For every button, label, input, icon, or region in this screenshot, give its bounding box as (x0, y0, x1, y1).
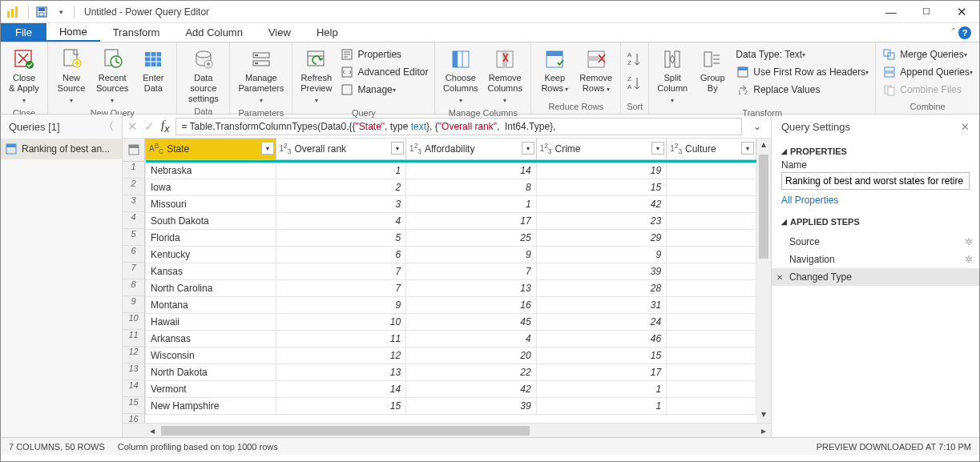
advanced-editor-button[interactable]: Advanced Editor (337, 63, 431, 81)
cell[interactable]: 42 (406, 381, 537, 398)
cell[interactable]: Arkansas (146, 331, 276, 348)
cell[interactable]: Montana (146, 297, 276, 314)
cell[interactable]: 7 (276, 280, 406, 297)
data-type-button[interactable]: Data Type: Text (732, 46, 872, 63)
applied-step[interactable]: Changed Type (772, 268, 979, 286)
table-row[interactable]: North Carolina71328 (146, 280, 756, 297)
cell[interactable]: 19 (536, 163, 667, 179)
cell[interactable]: South Dakota (146, 213, 276, 230)
row-number[interactable]: 10 (123, 313, 144, 330)
filter-dropdown-icon[interactable]: ▾ (522, 142, 534, 155)
manage-parameters-button[interactable]: Manage Parameters (233, 44, 288, 107)
help-icon[interactable]: ? (958, 26, 971, 39)
row-number[interactable]: 5 (123, 229, 144, 246)
remove-columns-button[interactable]: Remove Columns (482, 44, 527, 107)
table-row[interactable]: Kansas7739 (146, 263, 756, 280)
cell[interactable]: 42 (536, 196, 667, 213)
column-header[interactable]: 123Overall rank▾ (276, 139, 406, 159)
row-number[interactable]: 12 (123, 347, 144, 364)
cell[interactable]: 14 (276, 381, 406, 398)
tab-file[interactable]: File (1, 23, 46, 42)
cell[interactable]: Florida (146, 230, 276, 247)
row-number[interactable]: 7 (123, 263, 144, 279)
cell[interactable]: 16 (406, 297, 537, 314)
cell[interactable]: 5 (276, 230, 406, 247)
cell[interactable]: Iowa (146, 179, 276, 196)
row-number[interactable]: 8 (123, 279, 144, 296)
accept-formula-icon[interactable]: ✓ (144, 119, 155, 134)
cell[interactable]: 7 (276, 263, 406, 280)
properties-button[interactable]: Properties (337, 46, 431, 63)
cell[interactable]: 3 (276, 196, 406, 213)
cell[interactable]: 20 (406, 348, 537, 364)
cell[interactable]: 15 (276, 398, 406, 415)
fx-icon[interactable]: fx (161, 119, 169, 135)
collapse-ribbon-icon[interactable]: ˆ (952, 27, 955, 38)
table-row[interactable]: Hawaii104524 (146, 314, 756, 331)
cell[interactable]: 25 (406, 230, 537, 247)
cell[interactable]: 15 (536, 348, 667, 364)
row-number[interactable]: 11 (123, 330, 144, 347)
cell[interactable] (667, 314, 756, 331)
tab-transform[interactable]: Transform (100, 23, 173, 42)
cell[interactable]: New Hampshire (146, 398, 276, 415)
filter-dropdown-icon[interactable]: ▾ (261, 142, 274, 155)
manage-button[interactable]: Manage (337, 81, 431, 98)
cell[interactable]: 2 (276, 179, 406, 196)
cell[interactable]: Hawaii (146, 314, 276, 331)
cell[interactable]: 1 (406, 196, 537, 213)
cell[interactable]: 1 (536, 381, 667, 398)
new-source-button[interactable]: New Source (51, 44, 91, 107)
qat-dropdown-icon[interactable]: ▾ (51, 2, 71, 22)
column-header[interactable]: ABCState▾ (146, 139, 276, 159)
row-number[interactable]: 4 (123, 212, 144, 229)
row-number[interactable]: 14 (123, 380, 144, 397)
cell[interactable] (667, 364, 756, 381)
recent-sources-button[interactable]: Recent Sources (91, 44, 133, 107)
cell[interactable] (667, 196, 756, 213)
cell[interactable]: 39 (536, 263, 667, 280)
table-row[interactable]: Nebraska11419 (146, 163, 756, 179)
append-queries-button[interactable]: Append Queries (879, 63, 976, 81)
cell[interactable]: 4 (276, 213, 406, 230)
maximize-button[interactable]: ☐ (909, 1, 944, 23)
cell[interactable] (667, 230, 756, 247)
save-icon[interactable] (32, 2, 51, 22)
cell[interactable] (667, 213, 756, 230)
sort-asc-button[interactable]: AZ (624, 47, 645, 71)
row-number[interactable]: 13 (123, 364, 144, 380)
horizontal-scrollbar[interactable]: ◂▸ (123, 423, 771, 437)
cell[interactable] (667, 381, 756, 398)
cell[interactable]: 14 (406, 163, 537, 179)
row-number[interactable]: 15 (123, 397, 144, 414)
cell[interactable]: 4 (406, 331, 537, 348)
cell[interactable] (667, 263, 756, 280)
cell[interactable]: 29 (536, 230, 667, 247)
cell[interactable]: 28 (536, 280, 667, 297)
close-button[interactable]: ✕ (944, 1, 979, 23)
data-source-settings-button[interactable]: Data source settings (180, 44, 226, 106)
cell[interactable]: 45 (406, 314, 537, 331)
cell[interactable] (667, 247, 756, 263)
table-row[interactable]: North Dakota132217 (146, 364, 756, 381)
tab-help[interactable]: Help (304, 23, 351, 42)
vertical-scrollbar[interactable]: ▴▾ (756, 139, 771, 423)
cell[interactable]: North Dakota (146, 364, 276, 381)
sort-desc-button[interactable]: ZA (624, 71, 645, 95)
replace-values-button[interactable]: 12Replace Values (732, 81, 872, 98)
table-row[interactable]: Iowa2815 (146, 179, 756, 196)
filter-dropdown-icon[interactable]: ▾ (391, 142, 404, 155)
cell[interactable]: 17 (406, 213, 537, 230)
column-header[interactable]: 123Crime▾ (536, 139, 667, 159)
merge-queries-button[interactable]: Merge Queries (879, 46, 976, 63)
table-row[interactable]: Vermont14421 (146, 381, 756, 398)
minimize-button[interactable]: — (873, 1, 909, 23)
row-number[interactable]: 2 (123, 179, 144, 195)
cell[interactable]: 8 (406, 179, 537, 196)
cell[interactable]: Kansas (146, 263, 276, 280)
cell[interactable] (667, 331, 756, 348)
cell[interactable] (667, 297, 756, 314)
tab-add-column[interactable]: Add Column (172, 23, 256, 42)
cell[interactable]: 1 (536, 398, 667, 415)
cell[interactable]: 46 (536, 331, 667, 348)
